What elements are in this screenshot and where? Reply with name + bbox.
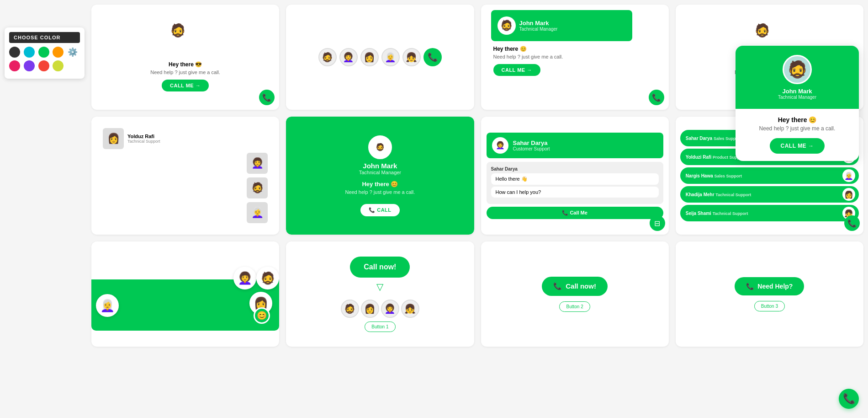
call-me-btn-1[interactable]: CALL ME → bbox=[162, 80, 209, 91]
stacked-avatar-2: 🧔 bbox=[256, 267, 279, 289]
stacked-avatar-4: 👩‍🦳 bbox=[96, 294, 119, 317]
widget-float-3: 🧔 John Mark Tachnical Manager Hey there … bbox=[481, 5, 669, 110]
agent-list-item-3[interactable]: Nargis Hawa Sales Support 👩‍🦳 bbox=[680, 167, 859, 184]
agent-name-1: John Mark bbox=[166, 45, 205, 52]
phone-fab-multiagent[interactable]: 📞 bbox=[844, 215, 860, 231]
color-swatch-cyan[interactable] bbox=[24, 47, 35, 58]
call-btn-3[interactable]: CALL ME → bbox=[493, 64, 540, 76]
need-help-pill[interactable]: 📞 Need Help? bbox=[735, 277, 804, 295]
hey-text-green: Hey there 😊 bbox=[362, 181, 398, 188]
bottom-avatar-4: 👧 bbox=[401, 300, 419, 318]
side-preview-widget: 🧔 John Mark Tachnical Manager Hey there … bbox=[736, 46, 859, 161]
color-swatch-orange[interactable] bbox=[53, 47, 64, 58]
bottom-avatar-1: 🧔 bbox=[341, 300, 359, 318]
sub-text-green: Need help ? just give me a call. bbox=[345, 189, 415, 195]
widget-chat: 👩‍🦱 Sahar Darya Customer Support Sahar D… bbox=[481, 117, 669, 235]
arrow-down-icon: ▽ bbox=[376, 281, 383, 292]
chat-agent-name: Sahar Darya bbox=[513, 139, 550, 146]
side-preview-header: 🧔 John Mark Tachnical Manager bbox=[736, 46, 859, 109]
bottom-avatar-2: 👩 bbox=[361, 300, 379, 318]
stacked-photo-1: 👩‍🦱 bbox=[247, 153, 268, 174]
phone-fab-chat[interactable]: ⊟ bbox=[650, 215, 665, 231]
side-preview-hey: Hey there 😊 bbox=[745, 116, 850, 123]
phone-fab-1[interactable]: 📞 bbox=[259, 90, 275, 105]
agent-name-3: John Mark bbox=[519, 20, 558, 27]
small-avatar-1: 🧔 bbox=[318, 48, 337, 66]
side-preview-title: Tachnical Manager bbox=[778, 95, 816, 100]
side-preview-avatar: 🧔 bbox=[783, 55, 812, 84]
color-panel-title: CHOOSE COLOR bbox=[9, 32, 80, 43]
avatars-row-bottom: 🧔 👩 👩‍🦱 👧 bbox=[341, 300, 419, 318]
button-2[interactable]: Button 2 bbox=[559, 301, 590, 312]
color-swatch-pink[interactable] bbox=[9, 60, 20, 71]
call-me-chat-btn[interactable]: 📞 Call Me bbox=[487, 207, 663, 219]
side-preview-name: John Mark bbox=[782, 88, 812, 95]
avatars-row-2: 🧔 👩‍🦱 👩 👩‍🦳 👧 📞 bbox=[318, 48, 442, 66]
main-agent-name: Yolduz Rafi bbox=[127, 134, 160, 139]
color-grid: ⚙️ bbox=[9, 47, 80, 58]
chat-msg-2: How can I help you? bbox=[491, 187, 659, 198]
avatar-img-1: 🧔 bbox=[170, 23, 186, 38]
agent-list-item-5[interactable]: Seija Shami Tachnical Support 👧 bbox=[680, 205, 859, 221]
phone-circle-2[interactable]: 📞 bbox=[423, 48, 442, 66]
small-avatar-4: 👩‍🦳 bbox=[381, 48, 400, 66]
widget-callnow-2: Call now! ▽ 🧔 👩 👩‍🦱 👧 Button 1 bbox=[286, 241, 474, 347]
stacked-avatar-1: 👩‍🦱 bbox=[233, 267, 256, 289]
color-swatch-green[interactable] bbox=[38, 47, 49, 58]
chat-header: 👩‍🦱 Sahar Darya Customer Support bbox=[487, 133, 663, 158]
widget-avatars-2: 🧔 👩‍🦱 👩 👩‍🦳 👧 📞 bbox=[286, 5, 474, 110]
main-agent-role: Tachnical Support bbox=[127, 139, 160, 144]
chat-sender: Sahar Darya bbox=[491, 166, 659, 171]
hey-text-1: Hey there 😎 bbox=[96, 61, 275, 68]
widget-callnow-pill: 📞 Call now! Button 2 bbox=[481, 241, 669, 347]
agent-title-green: Tachnical Manager bbox=[359, 170, 401, 175]
color-swatch-gear[interactable]: ⚙️ bbox=[67, 47, 78, 58]
chat-agent-title: Customer Support bbox=[513, 146, 550, 151]
widget-stacked-avatars: 👩‍🦱 🧔 👩 👩‍🦳 😊 bbox=[91, 241, 279, 347]
chat-content: 👩‍🦱 Sahar Darya Customer Support Sahar D… bbox=[487, 133, 663, 219]
chat-msg-1: Hello there 👋 bbox=[491, 173, 659, 185]
small-avatar-3: 👩 bbox=[360, 48, 379, 66]
side-preview-body: Hey there 😊 Need help ? just give me a c… bbox=[736, 109, 859, 161]
stacked-photo-2: 🧔 bbox=[247, 177, 268, 198]
widget-agent-stack: 👩 Yolduz Rafi Tachnical Support 👩‍🦱 🧔 👩‍… bbox=[91, 117, 279, 235]
hey-text-3: Hey there 😊 bbox=[493, 46, 663, 52]
color-swatch-red[interactable] bbox=[38, 60, 49, 71]
agent-name-green: John Mark bbox=[363, 162, 397, 170]
color-grid-2 bbox=[9, 60, 80, 71]
call-btn-green[interactable]: 📞 CALL bbox=[360, 204, 399, 216]
widget-body-1: Hey there 😎 Need help ? just give me a c… bbox=[91, 57, 279, 96]
sub-text-1: Need help ? just give me a call. bbox=[96, 70, 275, 75]
avatar-green: 🧔 bbox=[368, 135, 392, 159]
widget-header-1: 🧔 John Mark Tachnical Manager bbox=[166, 18, 205, 57]
chat-body: Sahar Darya Hello there 👋 How can I help… bbox=[487, 162, 663, 204]
color-panel: CHOOSE COLOR ⚙️ bbox=[5, 27, 85, 79]
stacked-photo-3: 👩‍🦳 bbox=[247, 202, 268, 223]
color-swatch-yellow[interactable] bbox=[53, 60, 64, 71]
small-avatar-5: 👧 bbox=[402, 48, 421, 66]
need-help-text: Need Help? bbox=[757, 283, 793, 290]
full-green-content: 🧔 John Mark Tachnical Manager Hey there … bbox=[286, 117, 474, 235]
side-call-btn[interactable]: CALL ME → bbox=[770, 138, 825, 154]
small-avatar-2: 👩‍🦱 bbox=[339, 48, 358, 66]
smile-circle: 😊 bbox=[254, 307, 270, 324]
agent-title-3: Tachnical Manager bbox=[519, 27, 558, 32]
avatar-1: 🧔 bbox=[166, 18, 190, 42]
button-1[interactable]: Button 1 bbox=[365, 322, 395, 332]
stacked-avatars-container: 👩‍🦱 🧔 👩 👩‍🦳 😊 bbox=[91, 257, 279, 331]
phone-fab-3[interactable]: 📞 bbox=[649, 90, 664, 105]
agent-list-item-4[interactable]: Khadija Mehr Tachnical Support 👩 bbox=[680, 186, 859, 203]
avatar-4: 🧔 bbox=[750, 18, 774, 42]
widget-needhelp: 📞 Need Help? Button 3 bbox=[676, 241, 863, 347]
widget-classic-1: 🧔 John Mark Tachnical Manager Hey there … bbox=[91, 5, 279, 110]
call-now-pill[interactable]: 📞 Call now! bbox=[542, 277, 608, 296]
color-swatch-purple[interactable] bbox=[24, 60, 35, 71]
phone-fab-bottom-right[interactable]: 📞 bbox=[839, 389, 859, 409]
agent-title-1: Tachnical Manager bbox=[166, 52, 205, 57]
widget-full-green-2: 🧔 John Mark Tachnical Manager Hey there … bbox=[286, 117, 474, 235]
bottom-avatar-3: 👩‍🦱 bbox=[381, 300, 399, 318]
button-3[interactable]: Button 3 bbox=[754, 301, 785, 311]
color-swatch-black[interactable] bbox=[9, 47, 20, 58]
side-preview-sub: Need help ? just give me a call. bbox=[745, 125, 850, 132]
call-now-btn-large[interactable]: Call now! bbox=[350, 257, 410, 278]
